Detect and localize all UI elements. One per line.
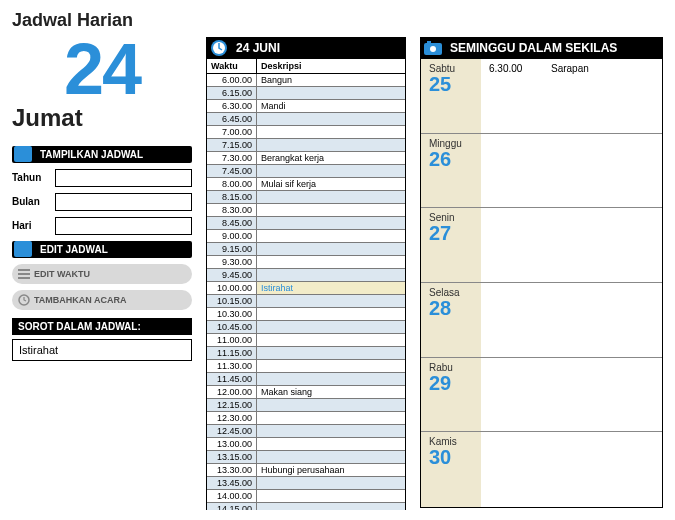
- week-day-events: [489, 436, 654, 501]
- schedule-table: Waktu Deskripsi 6.00.00Bangun6.15.006.30…: [206, 59, 406, 510]
- svg-rect-1: [18, 273, 30, 275]
- schedule-desc: Hubungi perusahaan: [257, 464, 405, 476]
- schedule-time: 7.00.00: [207, 126, 257, 138]
- week-day-block[interactable]: Senin27: [421, 208, 662, 283]
- schedule-desc: [257, 243, 405, 255]
- schedule-row[interactable]: 13.15.00: [207, 451, 405, 464]
- schedule-desc: [257, 204, 405, 216]
- schedule-desc: [257, 256, 405, 268]
- schedule-desc: [257, 477, 405, 489]
- schedule-row[interactable]: 7.45.00: [207, 165, 405, 178]
- schedule-row[interactable]: 7.00.00: [207, 126, 405, 139]
- edit-time-button[interactable]: EDIT WAKTU: [12, 264, 192, 284]
- week-day-block[interactable]: Sabtu256.30.00Sarapan: [421, 59, 662, 134]
- schedule-row[interactable]: 6.45.00: [207, 113, 405, 126]
- week-day-block[interactable]: Kamis30: [421, 432, 662, 507]
- schedule-desc: [257, 490, 405, 502]
- schedule-time: 12.30.00: [207, 412, 257, 424]
- week-day-events: 6.30.00Sarapan: [489, 63, 654, 127]
- schedule-row[interactable]: 13.30.00Hubungi perusahaan: [207, 464, 405, 477]
- week-day-number: 28: [429, 298, 473, 318]
- week-day-left: Minggu26: [421, 134, 481, 208]
- schedule-row[interactable]: 11.30.00: [207, 360, 405, 373]
- schedule-desc: [257, 295, 405, 307]
- schedule-row[interactable]: 9.00.00: [207, 230, 405, 243]
- day-input[interactable]: [55, 217, 192, 235]
- add-event-button[interactable]: TAMBAHKAN ACARA: [12, 290, 192, 310]
- year-input[interactable]: [55, 169, 192, 187]
- schedule-time: 14.15.00: [207, 503, 257, 510]
- schedule-desc: [257, 399, 405, 411]
- schedule-row[interactable]: 10.00.00Istirahat: [207, 282, 405, 295]
- clock-icon: [210, 39, 228, 57]
- schedule-time: 13.45.00: [207, 477, 257, 489]
- schedule-row[interactable]: 8.45.00: [207, 217, 405, 230]
- day-label: Hari: [12, 220, 49, 231]
- sidebar: 24 Jumat TAMPILKAN JADWAL Tahun Bulan Ha…: [12, 37, 192, 510]
- schedule-row[interactable]: 9.45.00: [207, 269, 405, 282]
- add-event-label: TAMBAHKAN ACARA: [34, 295, 127, 305]
- schedule-desc: Mandi: [257, 100, 405, 112]
- schedule-row[interactable]: 12.45.00: [207, 425, 405, 438]
- week-dow: Rabu: [429, 362, 473, 373]
- schedule-desc: Berangkat kerja: [257, 152, 405, 164]
- week-header: SEMINGGU DALAM SEKILAS: [420, 37, 663, 59]
- schedule-row[interactable]: 7.15.00: [207, 139, 405, 152]
- col-desc-header: Deskripsi: [257, 59, 405, 73]
- schedule-desc: [257, 191, 405, 203]
- week-day-block[interactable]: Rabu29: [421, 358, 662, 433]
- schedule-row[interactable]: 12.30.00: [207, 412, 405, 425]
- schedule-row[interactable]: 6.15.00: [207, 87, 405, 100]
- clock-icon: [18, 294, 30, 306]
- schedule-time: 8.30.00: [207, 204, 257, 216]
- week-day-events: [489, 212, 654, 276]
- schedule-row[interactable]: 11.15.00: [207, 347, 405, 360]
- schedule-time: 12.00.00: [207, 386, 257, 398]
- svg-rect-8: [427, 41, 431, 44]
- schedule-time: 6.30.00: [207, 100, 257, 112]
- schedule-row[interactable]: 13.45.00: [207, 477, 405, 490]
- schedule-row[interactable]: 7.30.00Berangkat kerja: [207, 152, 405, 165]
- schedule-row[interactable]: 8.15.00: [207, 191, 405, 204]
- month-input[interactable]: [55, 193, 192, 211]
- schedule-time: 8.45.00: [207, 217, 257, 229]
- calendar-icon: [14, 146, 32, 162]
- schedule-time: 13.30.00: [207, 464, 257, 476]
- schedule-row[interactable]: 8.30.00: [207, 204, 405, 217]
- schedule-row[interactable]: 9.15.00: [207, 243, 405, 256]
- week-day-block[interactable]: Minggu26: [421, 134, 662, 209]
- schedule-time: 11.30.00: [207, 360, 257, 372]
- schedule-row[interactable]: 9.30.00: [207, 256, 405, 269]
- schedule-row[interactable]: 8.00.00Mulai sif kerja: [207, 178, 405, 191]
- highlight-value[interactable]: Istirahat: [12, 339, 192, 361]
- schedule-row[interactable]: 12.00.00Makan siang: [207, 386, 405, 399]
- schedule-row[interactable]: 14.00.00: [207, 490, 405, 503]
- edit-schedule-header: EDIT JADWAL: [12, 241, 192, 258]
- svg-rect-2: [18, 277, 30, 279]
- schedule-row[interactable]: 6.30.00Mandi: [207, 100, 405, 113]
- week-day-number: 29: [429, 373, 473, 393]
- schedule-date-label: 24 JUNI: [236, 41, 280, 55]
- show-schedule-label: TAMPILKAN JADWAL: [40, 149, 143, 160]
- schedule-row[interactable]: 11.00.00: [207, 334, 405, 347]
- schedule-row[interactable]: 14.15.00: [207, 503, 405, 510]
- schedule-desc: [257, 438, 405, 450]
- schedule-row[interactable]: 10.15.00: [207, 295, 405, 308]
- schedule-desc: [257, 87, 405, 99]
- schedule-desc: [257, 113, 405, 125]
- schedule-row[interactable]: 13.00.00: [207, 438, 405, 451]
- schedule-time: 14.00.00: [207, 490, 257, 502]
- schedule-row[interactable]: 10.30.00: [207, 308, 405, 321]
- highlight-header: SOROT DALAM JADWAL:: [12, 318, 192, 335]
- week-day-block[interactable]: Selasa28: [421, 283, 662, 358]
- schedule-row[interactable]: 10.45.00: [207, 321, 405, 334]
- schedule-time: 9.45.00: [207, 269, 257, 281]
- week-day-number: 25: [429, 74, 473, 94]
- week-day-events: [489, 362, 654, 426]
- schedule-row[interactable]: 6.00.00Bangun: [207, 74, 405, 87]
- event-time: 6.30.00: [489, 63, 533, 127]
- month-label: Bulan: [12, 196, 49, 207]
- schedule-row[interactable]: 11.45.00: [207, 373, 405, 386]
- schedule-time: 12.15.00: [207, 399, 257, 411]
- schedule-row[interactable]: 12.15.00: [207, 399, 405, 412]
